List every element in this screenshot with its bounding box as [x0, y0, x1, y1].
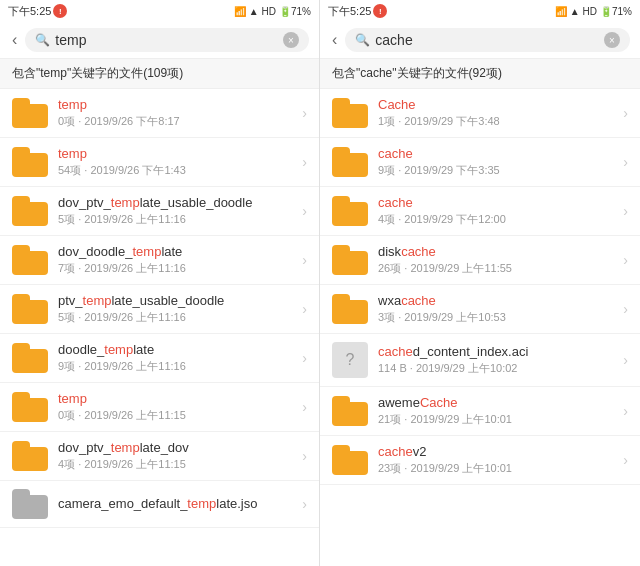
chevron-right-icon: › [623, 452, 628, 468]
file-name: temp [58, 146, 298, 161]
file-name: Cache [378, 97, 619, 112]
chevron-right-icon: › [302, 350, 307, 366]
file-meta: 114 B · 2019/9/29 上午10:02 [378, 361, 619, 376]
right-wifi-icon: ▲ [570, 6, 580, 17]
file-name: cache [378, 195, 619, 210]
file-meta: 4项 · 2019/9/29 下午12:00 [378, 212, 619, 227]
list-item[interactable]: cache 4项 · 2019/9/29 下午12:00 › [320, 187, 640, 236]
file-name: temp [58, 391, 298, 406]
file-info: Cache 1项 · 2019/9/29 下午3:48 [378, 97, 619, 129]
left-time: 下午5:25 [8, 4, 51, 19]
list-item[interactable]: dov_ptv_template_usable_doodle 5项 · 2019… [0, 187, 319, 236]
file-name: cache [378, 146, 619, 161]
file-info: wxacache 3项 · 2019/9/29 上午10:53 [378, 293, 619, 325]
left-search-icon: 🔍 [35, 33, 50, 47]
list-item[interactable]: dov_doodle_template 7项 · 2019/9/26 上午11:… [0, 236, 319, 285]
signal-icon: 📶 [234, 6, 246, 17]
file-name: diskcache [378, 244, 619, 259]
chevron-right-icon: › [302, 448, 307, 464]
list-item[interactable]: Cache 1项 · 2019/9/29 下午3:48 › [320, 89, 640, 138]
list-item[interactable]: ptv_template_usable_doodle 5项 · 2019/9/2… [0, 285, 319, 334]
chevron-right-icon: › [302, 154, 307, 170]
chevron-right-icon: › [302, 203, 307, 219]
chevron-right-icon: › [623, 203, 628, 219]
file-meta: 54项 · 2019/9/26 下午1:43 [58, 163, 298, 178]
left-search-input-wrap[interactable]: 🔍 temp × [25, 28, 309, 52]
file-info: diskcache 26项 · 2019/9/29 上午11:55 [378, 244, 619, 276]
file-info: cache 4项 · 2019/9/29 下午12:00 [378, 195, 619, 227]
folder-icon [332, 196, 368, 226]
file-meta: 4项 · 2019/9/26 上午11:15 [58, 457, 298, 472]
file-meta: 21项 · 2019/9/29 上午10:01 [378, 412, 619, 427]
file-info: cachev2 23项 · 2019/9/29 上午10:01 [378, 444, 619, 476]
file-meta: 0项 · 2019/9/26 上午11:15 [58, 408, 298, 423]
chevron-right-icon: › [302, 301, 307, 317]
left-status-bar: 下午5:25 ! 📶 ▲ HD 🔋71% [0, 0, 319, 22]
left-back-button[interactable]: ‹ [10, 31, 19, 49]
folder-icon [12, 245, 48, 275]
file-meta: 5项 · 2019/9/26 上午11:16 [58, 212, 298, 227]
list-item[interactable]: cachev2 23项 · 2019/9/29 上午10:01 › [320, 436, 640, 485]
left-status-time-area: 下午5:25 ! [8, 4, 67, 19]
folder-icon [12, 392, 48, 422]
file-info: doodle_template 9项 · 2019/9/26 上午11:16 [58, 342, 298, 374]
list-item[interactable]: cache 9项 · 2019/9/29 下午3:35 › [320, 138, 640, 187]
folder-icon [12, 343, 48, 373]
folder-icon [332, 98, 368, 128]
file-name: awemeCache [378, 395, 619, 410]
left-clear-button[interactable]: × [283, 32, 299, 48]
right-search-icon: 🔍 [355, 33, 370, 47]
chevron-right-icon: › [623, 154, 628, 170]
file-name: wxacache [378, 293, 619, 308]
file-name: dov_doodle_template [58, 244, 298, 259]
right-signal-icon: 📶 [555, 6, 567, 17]
right-status-time-area: 下午5:25 ! [328, 4, 387, 19]
list-item[interactable]: temp 0项 · 2019/9/26 下午8:17 › [0, 89, 319, 138]
right-search-text: cache [375, 32, 599, 48]
chevron-right-icon: › [302, 252, 307, 268]
right-time: 下午5:25 [328, 4, 371, 19]
unknown-file-icon: ? [332, 342, 368, 378]
list-item[interactable]: camera_emo_default_template.jso › [0, 481, 319, 528]
file-name: doodle_template [58, 342, 298, 357]
list-item[interactable]: temp 0项 · 2019/9/26 上午11:15 › [0, 383, 319, 432]
chevron-right-icon: › [623, 403, 628, 419]
right-hd-label: HD [583, 6, 597, 17]
right-back-button[interactable]: ‹ [330, 31, 339, 49]
file-info: cached_content_index.aci 114 B · 2019/9/… [378, 344, 619, 376]
list-item[interactable]: awemeCache 21项 · 2019/9/29 上午10:01 › [320, 387, 640, 436]
list-item[interactable]: doodle_template 9项 · 2019/9/26 上午11:16 › [0, 334, 319, 383]
chevron-right-icon: › [623, 252, 628, 268]
file-meta: 9项 · 2019/9/26 上午11:16 [58, 359, 298, 374]
chevron-right-icon: › [302, 105, 307, 121]
left-search-bar: ‹ 🔍 temp × [0, 22, 319, 59]
file-name: camera_emo_default_template.jso [58, 496, 298, 511]
list-item[interactable]: ? cached_content_index.aci 114 B · 2019/… [320, 334, 640, 387]
folder-icon [332, 396, 368, 426]
folder-icon [12, 294, 48, 324]
left-file-list[interactable]: temp 0项 · 2019/9/26 下午8:17 › temp 54项 · … [0, 89, 319, 566]
chevron-right-icon: › [302, 399, 307, 415]
file-meta: 9项 · 2019/9/29 下午3:35 [378, 163, 619, 178]
list-item[interactable]: temp 54项 · 2019/9/26 下午1:43 › [0, 138, 319, 187]
file-info: dov_doodle_template 7项 · 2019/9/26 上午11:… [58, 244, 298, 276]
file-meta: 26项 · 2019/9/29 上午11:55 [378, 261, 619, 276]
folder-icon [332, 294, 368, 324]
left-panel: 下午5:25 ! 📶 ▲ HD 🔋71% ‹ 🔍 temp × 包含"temp"… [0, 0, 320, 566]
file-info: camera_emo_default_template.jso [58, 496, 298, 513]
chevron-right-icon: › [623, 105, 628, 121]
folder-icon [332, 445, 368, 475]
right-clear-button[interactable]: × [604, 32, 620, 48]
right-result-count: 包含"cache"关键字的文件(92项) [320, 59, 640, 89]
right-status-icons: 📶 ▲ HD 🔋71% [555, 6, 632, 17]
right-notification-dot: ! [373, 4, 387, 18]
list-item[interactable]: dov_ptv_template_dov 4项 · 2019/9/26 上午11… [0, 432, 319, 481]
list-item[interactable]: wxacache 3项 · 2019/9/29 上午10:53 › [320, 285, 640, 334]
right-battery-icon: 🔋71% [600, 6, 632, 17]
left-result-count: 包含"temp"关键字的文件(109项) [0, 59, 319, 89]
file-name: dov_ptv_template_dov [58, 440, 298, 455]
right-search-input-wrap[interactable]: 🔍 cache × [345, 28, 630, 52]
right-file-list[interactable]: Cache 1项 · 2019/9/29 下午3:48 › cache 9项 ·… [320, 89, 640, 566]
file-info: ptv_template_usable_doodle 5项 · 2019/9/2… [58, 293, 298, 325]
list-item[interactable]: diskcache 26项 · 2019/9/29 上午11:55 › [320, 236, 640, 285]
